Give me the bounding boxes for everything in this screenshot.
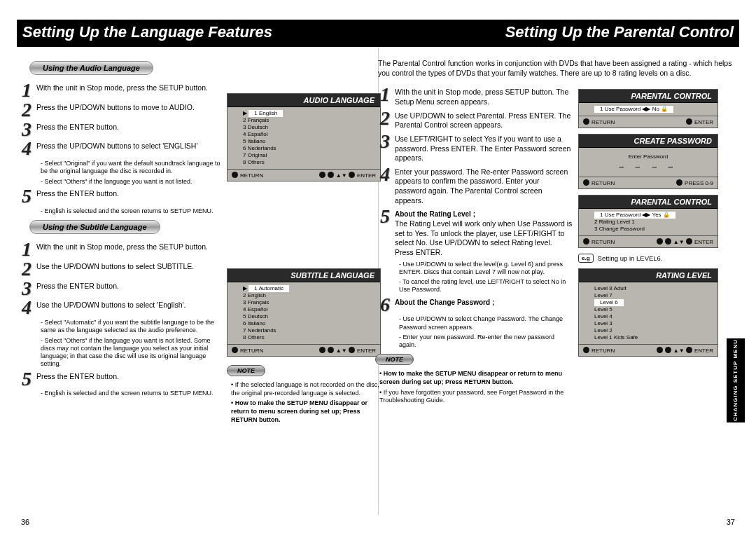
page-37: Setting Up the Parental Control The Pare… (375, 20, 739, 528)
example-row: e.g Setting up in LEVEL6. (578, 254, 718, 263)
osd-row: 1 Use Password ◀▶ No (594, 106, 673, 113)
password-dashes: ‒ ‒ ‒ ‒ (579, 162, 718, 172)
osd-row: Level 6 (594, 299, 624, 306)
osd-enter: ▲▼ ENTER (319, 347, 376, 354)
step-number: 2 (17, 102, 36, 118)
step-number: 6 (375, 296, 395, 313)
step-text: With the unit in Stop mode, press the SE… (36, 241, 208, 258)
step-text: Press the UP/DOWN buttons to select 'ENG… (36, 140, 197, 157)
step-number: 5 (17, 188, 36, 205)
osd-return: RETURN (583, 179, 615, 186)
step-subheading: About the Rating Level ; (395, 210, 475, 218)
page-title-right: Setting Up the Parental Control (375, 20, 739, 47)
step-text: The Rating Level will work only when Use… (395, 219, 572, 256)
eg-badge: e.g (578, 254, 594, 263)
osd-enter: ENTER (686, 118, 713, 125)
osd-row: Level 2 (594, 327, 712, 334)
page-title-left: Setting Up the Language Features (17, 20, 381, 47)
osd-row: 4 Español (243, 131, 374, 138)
step-text: Use the UP/DOWN buttons to select 'Engli… (36, 299, 186, 316)
osd-parental-control-2: PARENTAL CONTROL 1 Use Password ◀▶ Yes 2… (578, 195, 718, 248)
eg-text: Setting up in LEVEL6. (598, 254, 663, 262)
step-subheading: About the Change Password ; (395, 298, 494, 306)
osd-row: Level 1 Kids Safe (594, 334, 712, 341)
note-label: NOTE (375, 354, 414, 365)
intro-text: The Parental Control function works in c… (378, 58, 736, 78)
note-item: How to make the SETUP MENU disappear or … (379, 370, 573, 386)
step-text: Press the ENTER button. (36, 121, 119, 138)
osd-row: Level 4 (594, 313, 712, 320)
osd-row: 8 Others (243, 334, 374, 341)
osd-heading: RATING LEVEL (579, 269, 718, 282)
note-item: If the selected language is not recorded… (231, 381, 381, 397)
osd-row: 5 Italiano (243, 138, 374, 145)
osd-create-password: CREATE PASSWORD Enter Password ‒ ‒ ‒ ‒ R… (578, 134, 718, 189)
osd-return: RETURN (232, 172, 263, 179)
osd-row: 7 Original (243, 152, 374, 159)
step-number: 4 (17, 299, 36, 316)
osd-audio-language: AUDIO LANGUAGE ▶ 1 English 2 Français 3 … (227, 93, 381, 181)
note-item: How to make the SETUP MENU disappear or … (231, 399, 381, 424)
osd-heading: PARENTAL CONTROL (579, 90, 718, 103)
step-number: 4 (375, 166, 395, 206)
osd-row: 4 Español (243, 306, 374, 313)
osd-row: 3 Deutsch (243, 124, 374, 131)
step-number: 1 (17, 241, 36, 258)
osd-row: 1 Use Password ◀▶ Yes (594, 212, 676, 219)
osd-row: Level 3 (594, 320, 712, 327)
step-text: Use LEFT/RIGHT to select Yes if you want… (395, 133, 573, 163)
section-pill-audio: Using the Audio Language (29, 61, 153, 75)
osd-parental-control-1: PARENTAL CONTROL 1 Use Password ◀▶ No RE… (578, 89, 718, 128)
osd-row: Level 8 Adult (594, 285, 712, 292)
osd-heading: CREATE PASSWORD (579, 135, 718, 148)
page-number: 37 (727, 518, 735, 526)
step-text: Press the ENTER button. (36, 280, 119, 297)
step-number: 5 (17, 371, 36, 387)
section-pill-subtitle: Using the Subtitle Language (29, 220, 160, 234)
osd-row: 6 Nederlands (243, 145, 374, 152)
osd-row: 7 Nederlands (243, 327, 374, 334)
step-subnote: Enter your new password. Re-enter the ne… (399, 334, 573, 350)
step-text: With the unit in Stop mode, press the SE… (36, 82, 208, 99)
step-subnote: Select "Original" if you want the defaul… (41, 160, 221, 176)
step-subnote: English is selected and the screen retur… (41, 390, 221, 397)
osd-enter: ▲▼ ENTER (319, 172, 376, 179)
osd-heading: SUBTITLE LANGUAGE (227, 269, 380, 282)
step-subnote: Use UP/DOWN to select the level(e.g. Lev… (399, 261, 573, 277)
osd-enter: ▲▼ ENTER (657, 347, 713, 354)
step-text: With the unit in Stop mode, press SETUP … (395, 86, 573, 106)
osd-row: 6 Italiano (243, 320, 374, 327)
osd-row: Level 7 (594, 292, 712, 299)
osd-heading: AUDIO LANGUAGE (227, 94, 380, 107)
osd-row: 3 Français (243, 299, 374, 306)
osd-row: 5 Deutsch (243, 313, 374, 320)
osd-enter: ▲▼ ENTER (657, 238, 713, 245)
step-text: Press the UP/DOWN buttons to move to AUD… (36, 102, 195, 118)
step-subnote: English is selected and the screen retur… (41, 207, 221, 215)
osd-return: RETURN (583, 238, 615, 245)
osd-heading: PARENTAL CONTROL (579, 195, 718, 209)
step-number: 4 (17, 140, 36, 157)
step-number: 1 (375, 86, 395, 106)
step-number: 1 (17, 82, 36, 99)
osd-row: 2 Français (243, 117, 374, 124)
step-number: 5 (375, 208, 395, 257)
osd-return: RETURN (232, 347, 263, 354)
step-subnote: Select "Automatic" if you want the subti… (41, 319, 221, 335)
step-subnote: Use UP/DOWN to select Change Password. T… (399, 315, 573, 331)
step-text: Press the ENTER button. (36, 188, 119, 205)
step-subnote: Select "Others" if the language you want… (41, 337, 221, 369)
note-label: NOTE (227, 365, 265, 376)
step-text: Use the UP/DOWN buttons to select SUBTIT… (36, 261, 194, 277)
page-36: Setting Up the Language Features Using t… (17, 20, 381, 528)
osd-subtitle-language: SUBTITLE LANGUAGE ▶ 1 Automatic 2 Englis… (227, 268, 381, 357)
osd-row: 2 Rating Level 1 (594, 219, 712, 226)
osd-row: 3 Change Password (594, 226, 712, 233)
osd-return: RETURN (583, 347, 615, 354)
step-number: 2 (375, 110, 395, 130)
osd-return: RETURN (583, 118, 615, 125)
osd-row: Level 5 (594, 306, 712, 313)
step-subnote: To cancel the rating level, use LEFT/RIG… (399, 278, 573, 294)
step-text: Use UP/DOWN to select Parental. Press EN… (395, 110, 573, 130)
step-number: 3 (17, 121, 36, 138)
